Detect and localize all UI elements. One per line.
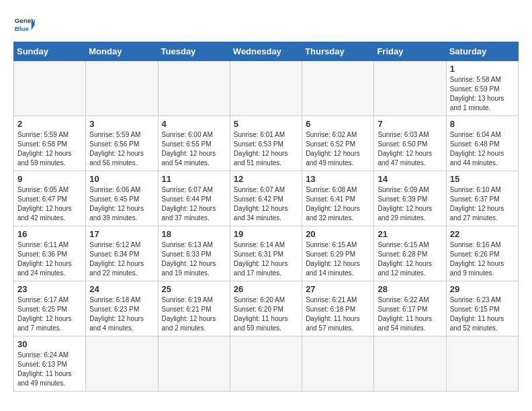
calendar-cell: 7Sunrise: 6:03 AMSunset: 6:50 PMDaylight… [374,116,446,171]
calendar-cell [302,61,374,116]
day-info: Sunrise: 6:10 AMSunset: 6:37 PMDaylight:… [450,185,515,223]
day-number: 6 [306,119,370,129]
day-info: Sunrise: 5:58 AMSunset: 6:59 PMDaylight:… [450,75,515,113]
day-number: 10 [89,174,154,184]
calendar-cell: 27Sunrise: 6:21 AMSunset: 6:18 PMDayligh… [302,281,374,336]
day-info: Sunrise: 6:16 AMSunset: 6:26 PMDaylight:… [450,240,515,278]
calendar-cell: 5Sunrise: 6:01 AMSunset: 6:53 PMDaylight… [230,116,302,171]
weekday-header-friday: Friday [374,42,446,61]
calendar-cell: 19Sunrise: 6:14 AMSunset: 6:31 PMDayligh… [230,226,302,281]
calendar-cell: 25Sunrise: 6:19 AMSunset: 6:21 PMDayligh… [158,281,230,336]
day-number: 16 [17,229,82,239]
day-info: Sunrise: 6:22 AMSunset: 6:17 PMDaylight:… [378,295,442,333]
calendar-table: SundayMondayTuesdayWednesdayThursdayFrid… [13,42,519,392]
calendar-cell: 26Sunrise: 6:20 AMSunset: 6:20 PMDayligh… [230,281,302,336]
day-info: Sunrise: 6:07 AMSunset: 6:44 PMDaylight:… [162,185,226,223]
day-info: Sunrise: 6:15 AMSunset: 6:29 PMDaylight:… [306,240,370,278]
day-number: 12 [234,174,298,184]
weekday-header-tuesday: Tuesday [158,42,230,61]
day-info: Sunrise: 6:08 AMSunset: 6:41 PMDaylight:… [306,185,370,223]
day-info: Sunrise: 6:13 AMSunset: 6:33 PMDaylight:… [162,240,226,278]
calendar-cell: 18Sunrise: 6:13 AMSunset: 6:33 PMDayligh… [158,226,230,281]
calendar-cell [230,61,302,116]
calendar-cell: 29Sunrise: 6:23 AMSunset: 6:15 PMDayligh… [446,281,518,336]
day-info: Sunrise: 6:04 AMSunset: 6:48 PMDaylight:… [450,130,515,168]
day-number: 22 [450,229,515,239]
day-info: Sunrise: 6:18 AMSunset: 6:23 PMDaylight:… [89,295,154,333]
day-number: 25 [162,284,226,294]
day-info: Sunrise: 6:02 AMSunset: 6:52 PMDaylight:… [306,130,370,168]
calendar-cell: 8Sunrise: 6:04 AMSunset: 6:48 PMDaylight… [446,116,518,171]
logo: General Blue [13,13,35,35]
day-number: 9 [17,174,82,184]
calendar-cell: 1Sunrise: 5:58 AMSunset: 6:59 PMDaylight… [446,61,518,116]
calendar-cell: 3Sunrise: 5:59 AMSunset: 6:56 PMDaylight… [86,116,158,171]
day-number: 15 [450,174,515,184]
day-number: 18 [162,229,226,239]
day-number: 17 [89,229,154,239]
day-info: Sunrise: 6:21 AMSunset: 6:18 PMDaylight:… [306,295,370,333]
day-info: Sunrise: 5:59 AMSunset: 6:58 PMDaylight:… [17,130,82,168]
day-info: Sunrise: 6:12 AMSunset: 6:34 PMDaylight:… [89,240,154,278]
day-number: 27 [306,284,370,294]
day-number: 1 [450,64,515,74]
day-info: Sunrise: 6:06 AMSunset: 6:45 PMDaylight:… [89,185,154,223]
day-info: Sunrise: 6:17 AMSunset: 6:25 PMDaylight:… [17,295,82,333]
weekday-header-sunday: Sunday [14,42,86,61]
day-info: Sunrise: 6:00 AMSunset: 6:55 PMDaylight:… [162,130,226,168]
day-number: 5 [234,119,298,129]
calendar-cell [230,336,302,392]
calendar-cell [446,336,518,392]
calendar-cell: 9Sunrise: 6:05 AMSunset: 6:47 PMDaylight… [14,171,86,226]
day-number: 2 [17,119,82,129]
day-info: Sunrise: 6:07 AMSunset: 6:42 PMDaylight:… [234,185,298,223]
day-info: Sunrise: 5:59 AMSunset: 6:56 PMDaylight:… [89,130,154,168]
calendar-cell: 13Sunrise: 6:08 AMSunset: 6:41 PMDayligh… [302,171,374,226]
calendar-cell: 11Sunrise: 6:07 AMSunset: 6:44 PMDayligh… [158,171,230,226]
day-number: 21 [378,229,442,239]
day-info: Sunrise: 6:23 AMSunset: 6:15 PMDaylight:… [450,295,515,333]
day-number: 4 [162,119,226,129]
day-number: 29 [450,284,515,294]
day-number: 14 [378,174,442,184]
calendar-cell [86,336,158,392]
day-number: 7 [378,119,442,129]
calendar-cell: 14Sunrise: 6:09 AMSunset: 6:39 PMDayligh… [374,171,446,226]
day-info: Sunrise: 6:03 AMSunset: 6:50 PMDaylight:… [378,130,442,168]
calendar-cell [158,336,230,392]
day-number: 26 [234,284,298,294]
calendar-cell: 2Sunrise: 5:59 AMSunset: 6:58 PMDaylight… [14,116,86,171]
weekday-header-wednesday: Wednesday [230,42,302,61]
day-number: 30 [17,339,82,349]
weekday-header-saturday: Saturday [446,42,518,61]
calendar-cell: 23Sunrise: 6:17 AMSunset: 6:25 PMDayligh… [14,281,86,336]
calendar-cell: 15Sunrise: 6:10 AMSunset: 6:37 PMDayligh… [446,171,518,226]
calendar-cell [86,61,158,116]
day-info: Sunrise: 6:19 AMSunset: 6:21 PMDaylight:… [162,295,226,333]
calendar-cell: 10Sunrise: 6:06 AMSunset: 6:45 PMDayligh… [86,171,158,226]
calendar-cell [302,336,374,392]
weekday-header-thursday: Thursday [302,42,374,61]
day-number: 11 [162,174,226,184]
calendar-cell: 24Sunrise: 6:18 AMSunset: 6:23 PMDayligh… [86,281,158,336]
logo-icon: General Blue [13,13,35,35]
day-number: 3 [89,119,154,129]
calendar-cell: 12Sunrise: 6:07 AMSunset: 6:42 PMDayligh… [230,171,302,226]
day-info: Sunrise: 6:09 AMSunset: 6:39 PMDaylight:… [378,185,442,223]
day-info: Sunrise: 6:24 AMSunset: 6:13 PMDaylight:… [17,351,82,388]
calendar-cell: 28Sunrise: 6:22 AMSunset: 6:17 PMDayligh… [374,281,446,336]
day-info: Sunrise: 6:20 AMSunset: 6:20 PMDaylight:… [234,295,298,333]
day-info: Sunrise: 6:15 AMSunset: 6:28 PMDaylight:… [378,240,442,278]
day-number: 20 [306,229,370,239]
calendar-cell: 22Sunrise: 6:16 AMSunset: 6:26 PMDayligh… [446,226,518,281]
calendar-cell: 21Sunrise: 6:15 AMSunset: 6:28 PMDayligh… [374,226,446,281]
day-info: Sunrise: 6:01 AMSunset: 6:53 PMDaylight:… [234,130,298,168]
calendar-cell: 20Sunrise: 6:15 AMSunset: 6:29 PMDayligh… [302,226,374,281]
day-number: 23 [17,284,82,294]
calendar-cell [374,336,446,392]
day-number: 28 [378,284,442,294]
day-number: 24 [89,284,154,294]
day-number: 13 [306,174,370,184]
day-info: Sunrise: 6:05 AMSunset: 6:47 PMDaylight:… [17,185,82,223]
calendar-cell: 6Sunrise: 6:02 AMSunset: 6:52 PMDaylight… [302,116,374,171]
